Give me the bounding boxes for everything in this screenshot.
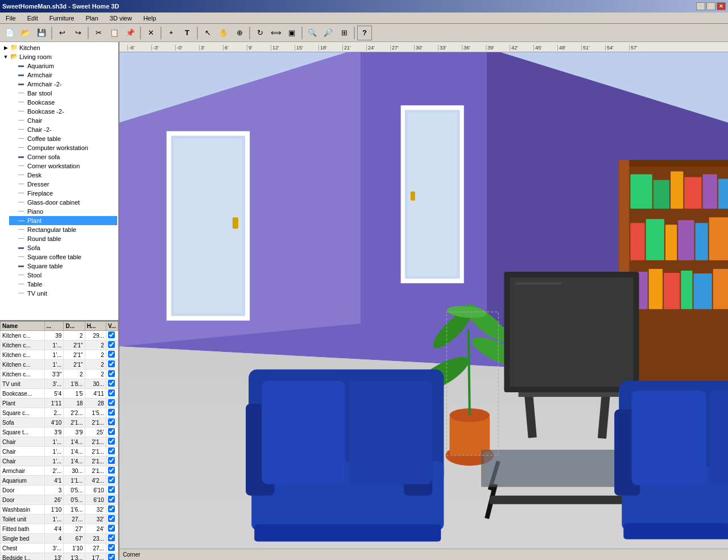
col-header-name[interactable]: Name — [1, 322, 45, 331]
visibility-checkbox[interactable] — [108, 457, 115, 464]
pan-button[interactable]: ✋ — [216, 26, 231, 40]
tree-item-coffee-table[interactable]: — Coffee table — [9, 134, 117, 143]
table-row[interactable]: Washbasin1'101'6...32' — [1, 505, 118, 515]
paste-button[interactable]: 📌 — [123, 26, 138, 40]
select-button[interactable]: ↖ — [200, 26, 215, 40]
tree-item-piano[interactable]: — Piano — [9, 207, 117, 216]
cut-button[interactable]: ✂ — [91, 26, 106, 40]
zoom-out-button[interactable]: 🔎 — [321, 26, 336, 40]
add-furniture-button[interactable]: + — [164, 26, 179, 40]
help-button[interactable]: ? — [357, 26, 372, 40]
visibility-checkbox[interactable] — [108, 360, 115, 367]
visibility-checkbox[interactable] — [108, 525, 115, 532]
tree-item-armchair-2[interactable]: ▬ Armchair -2- — [9, 80, 117, 89]
visibility-checkbox[interactable] — [108, 467, 115, 474]
visibility-checkbox[interactable] — [108, 370, 115, 377]
tree-item-round-table[interactable]: — Round table — [9, 234, 117, 243]
menu-edit[interactable]: Edit — [24, 14, 42, 23]
table-row[interactable]: Bedside t...13'1'3...1'7... — [1, 553, 118, 561]
table-row[interactable]: Armchair2'...30...2'1... — [1, 466, 118, 476]
visibility-checkbox[interactable] — [108, 447, 115, 454]
table-row[interactable]: Square t...3'93'925' — [1, 428, 118, 437]
maximize-button[interactable]: □ — [706, 2, 715, 10]
table-row[interactable]: Kitchen c...1'...2'1"2 — [1, 360, 118, 370]
table-row[interactable]: Plant1'111828 — [1, 399, 118, 408]
zoom-in-button[interactable]: 🔍 — [305, 26, 320, 40]
mirror-button[interactable]: ⟺ — [268, 26, 283, 40]
visibility-checkbox[interactable] — [108, 409, 115, 416]
visibility-checkbox[interactable] — [108, 341, 115, 348]
table-row[interactable]: Toilet unit1'...27...32' — [1, 515, 118, 524]
visibility-checkbox[interactable] — [108, 476, 115, 483]
new-button[interactable]: 📄 — [2, 26, 17, 40]
tree-item-bookcase-2[interactable]: — Bookcase -2- — [9, 107, 117, 116]
visibility-checkbox[interactable] — [108, 486, 115, 493]
tree-item-aquarium[interactable]: ▬ Aquarium — [9, 61, 117, 70]
save-button[interactable]: 💾 — [34, 26, 49, 40]
tree-item-bookcase[interactable]: — Bookcase — [9, 98, 117, 107]
table-row[interactable]: Bookcase...5'41'54'11 — [1, 389, 118, 399]
table-row[interactable]: Kitchen c...1'...2'1"2 — [1, 350, 118, 360]
copy-button[interactable]: 📋 — [107, 26, 122, 40]
col-header-v[interactable]: H... — [85, 322, 106, 331]
tree-item-computer-workstation[interactable]: — Computer workstation — [9, 143, 117, 152]
tree-item-stool[interactable]: — Stool — [9, 271, 117, 280]
zoom-all-button[interactable]: ⊞ — [337, 26, 351, 40]
tree-item-armchair[interactable]: ▬ Armchair — [9, 70, 117, 80]
visibility-checkbox[interactable] — [108, 380, 115, 387]
furniture-table-panel[interactable]: Name ... D... H... V... Kitchen c...3922… — [0, 321, 118, 560]
tree-item-desk[interactable]: — Desk — [9, 171, 117, 180]
visibility-checkbox[interactable] — [108, 544, 115, 551]
tree-item-square-table[interactable]: ▬ Square table — [9, 262, 117, 271]
table-row[interactable]: Kitchen c...39229... — [1, 331, 118, 341]
visibility-checkbox[interactable] — [108, 534, 115, 541]
tree-item-kitchen[interactable]: ▶ 📁 Kitchen — [1, 43, 117, 52]
tree-item-dresser[interactable]: — Dresser — [9, 180, 117, 189]
table-row[interactable]: Single bed467'23... — [1, 534, 118, 544]
visibility-checkbox[interactable] — [108, 515, 115, 522]
close-button[interactable]: ✕ — [717, 2, 726, 10]
visibility-checkbox[interactable] — [108, 351, 115, 358]
menu-3dview[interactable]: 3D view — [106, 14, 135, 23]
tree-item-corner-sofa[interactable]: ▬ Corner sofa — [9, 152, 117, 161]
visibility-checkbox[interactable] — [108, 496, 115, 503]
add-text-button[interactable]: T — [180, 26, 195, 40]
tree-item-tv-unit[interactable]: — TV unit — [9, 289, 117, 298]
tree-item-rectangular-table[interactable]: — Rectangular table — [9, 225, 117, 234]
table-row[interactable]: Door30'5...6'10 — [1, 486, 118, 495]
tree-item-bar-stool[interactable]: — Bar stool — [9, 89, 117, 98]
tree-item-table[interactable]: — Table — [9, 280, 117, 289]
visibility-checkbox[interactable] — [108, 428, 115, 435]
rotate-button[interactable]: ↻ — [253, 26, 267, 40]
redo-button[interactable]: ↪ — [71, 26, 85, 40]
tree-item-chair[interactable]: — Chair — [9, 116, 117, 125]
visibility-checkbox[interactable] — [108, 554, 115, 560]
tree-item-plant[interactable]: — Plant — [9, 216, 117, 225]
3d-scene[interactable] — [119, 52, 728, 549]
visibility-checkbox[interactable] — [108, 389, 115, 396]
menu-furniture[interactable]: Furniture — [46, 14, 78, 23]
group-button[interactable]: ▣ — [284, 26, 299, 40]
visibility-checkbox[interactable] — [108, 399, 115, 406]
col-header-vis[interactable]: V... — [106, 322, 118, 331]
visibility-checkbox[interactable] — [108, 331, 115, 338]
delete-button[interactable]: ✕ — [143, 26, 158, 40]
furniture-tree[interactable]: ▶ 📁 Kitchen ▼ 📂 Living room ▬ Aquarium ▬ — [0, 42, 118, 321]
col-header-h[interactable]: D... — [64, 322, 85, 331]
visibility-checkbox[interactable] — [108, 438, 115, 445]
tree-item-chair-2[interactable]: — Chair -2- — [9, 125, 117, 134]
menu-help[interactable]: Help — [140, 14, 160, 23]
menu-file[interactable]: File — [2, 14, 19, 23]
table-row[interactable]: Aquarium4'11'1...4'2... — [1, 476, 118, 486]
table-row[interactable]: Kitchen c...3'3"22 — [1, 370, 118, 379]
table-row[interactable]: Chest3'...1'1027... — [1, 544, 118, 553]
tree-item-square-coffee-table[interactable]: — Square coffee table — [9, 252, 117, 262]
tree-item-living-room[interactable]: ▼ 📂 Living room — [1, 52, 117, 61]
table-row[interactable]: Sofa4'102'1...2'1... — [1, 418, 118, 428]
tree-item-sofa[interactable]: ▬ Sofa — [9, 243, 117, 252]
table-row[interactable]: Fitted bath4'427'24' — [1, 524, 118, 534]
table-row[interactable]: Chair1'...1'4...2'1... — [1, 437, 118, 447]
table-row[interactable]: Square c...2...2'2...1'5... — [1, 408, 118, 418]
col-header-d[interactable]: ... — [44, 322, 64, 331]
open-button[interactable]: 📂 — [18, 26, 33, 40]
